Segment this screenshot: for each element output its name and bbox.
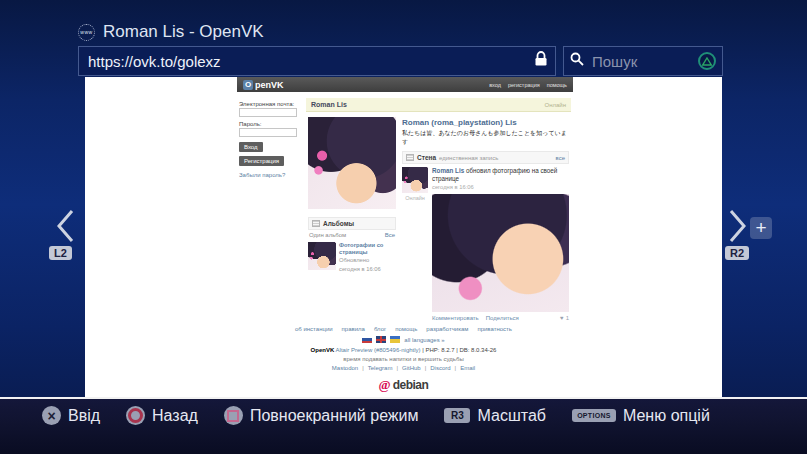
profile-main: Roman Lis Онлайн Альбомы <box>306 98 571 325</box>
social-mastodon-link[interactable]: Mastodon <box>332 365 358 371</box>
post-photo[interactable] <box>432 194 569 312</box>
openvk-site: OpenVK вход регистрация помощь Электронн… <box>237 77 573 325</box>
link-help[interactable]: помощь <box>547 82 567 88</box>
album-name-link[interactable]: Фотографии со страницы <box>339 242 396 256</box>
social-discord-link[interactable]: Discord <box>430 365 450 371</box>
social-telegram-link[interactable]: Telegram <box>368 365 393 371</box>
post-author-avatar[interactable] <box>402 167 428 193</box>
url-input[interactable] <box>86 52 534 71</box>
post-share-link[interactable]: Поделиться <box>486 315 519 321</box>
browser-title: www Roman Lis - OpenVK <box>78 22 264 42</box>
triangle-button-icon[interactable] <box>698 52 716 70</box>
social-email-link[interactable]: Email <box>460 365 475 371</box>
albums-count: Один альбом <box>309 232 346 238</box>
wall-header: Стена единственная запись все <box>402 151 569 164</box>
login-sidebar: Электронная почта: Пароль: Вход Регистра… <box>239 98 301 325</box>
profile-online-status: Онлайн <box>545 102 566 108</box>
hint-enter: × Ввід <box>42 406 100 425</box>
openvk-logo-icon: O <box>243 80 253 90</box>
email-field[interactable] <box>239 108 297 117</box>
hint-zoom: R3 Масштаб <box>444 407 545 425</box>
debian-swirl-icon: @ <box>379 377 391 393</box>
www-globe-icon: www <box>78 24 95 41</box>
webpage-viewport[interactable]: OpenVK вход регистрация помощь Электронн… <box>85 77 722 397</box>
browser-title-text: Roman Lis - OpenVK <box>103 22 264 42</box>
hint-fullscreen: Повноекранний режим <box>224 406 419 425</box>
l2-badge: L2 <box>49 246 72 260</box>
albums-block: Альбомы Один альбом Все <box>308 217 396 273</box>
header-links: вход регистрация помощь <box>489 82 567 88</box>
email-label: Электронная почта: <box>239 101 301 107</box>
hint-enter-label: Ввід <box>68 407 100 425</box>
search-input[interactable] <box>590 52 692 71</box>
post-author-status: Онлайн <box>402 195 428 201</box>
openvk-logo-text: penVK <box>255 80 284 90</box>
post-timestamp: сегодня в 16:06 <box>432 184 569 190</box>
search-icon <box>570 52 584 70</box>
search-bar[interactable] <box>563 46 723 76</box>
profile-photo[interactable] <box>308 117 396 209</box>
openvk-header: OpenVK вход регистрация помощь <box>237 77 573 92</box>
circle-button-icon <box>126 406 145 425</box>
footer-social-links: Mastodon| Telegram| GitHub| Discord| Ema… <box>85 365 722 371</box>
flag-russia-icon[interactable] <box>362 336 372 343</box>
forward-chevron-icon[interactable] <box>727 208 749 248</box>
footer-link-rules[interactable]: правила <box>342 326 365 332</box>
footer-tagline: время подавать напитки и вершить судьбы <box>85 356 722 362</box>
social-github-link[interactable]: GitHub <box>402 365 421 371</box>
wall-icon <box>406 154 414 161</box>
site-footer: об инстанции правила блог помощь разрабо… <box>85 326 722 393</box>
link-register[interactable]: регистрация <box>508 82 540 88</box>
hint-zoom-label: Масштаб <box>477 407 545 425</box>
register-button[interactable]: Регистрация <box>239 156 284 166</box>
r3-button-icon: R3 <box>444 408 470 423</box>
version-product: OpenVK <box>311 347 335 353</box>
profile-tab-name: Roman Lis <box>311 101 347 108</box>
footer-link-blog[interactable]: блог <box>374 326 386 332</box>
profile-tab-bar: Roman Lis Онлайн <box>306 98 571 112</box>
forgot-password-link[interactable]: Забыли пароль? <box>239 172 301 178</box>
album-list-item[interactable]: Фотографии со страницы Обновлено сегодня… <box>308 242 396 273</box>
options-button-icon: OPTIONS <box>572 409 616 422</box>
albums-all-link[interactable]: Все <box>385 232 395 238</box>
login-button[interactable]: Вход <box>239 142 263 152</box>
new-tab-plus-icon[interactable]: + <box>750 217 772 239</box>
profile-full-name: Roman (roma_playstation) Lis <box>402 118 569 127</box>
address-bar[interactable] <box>78 46 556 76</box>
flag-ukraine-icon[interactable] <box>390 336 400 343</box>
wall-all-link[interactable]: все <box>556 155 565 161</box>
cross-button-icon: × <box>42 406 61 425</box>
footer-link-instance[interactable]: об инстанции <box>295 326 333 332</box>
version-line: OpenVK Altair Preview (#805496-nightly) … <box>85 347 722 353</box>
hint-fullscreen-label: Повноекранний режим <box>250 407 419 425</box>
version-build-link[interactable]: Altair Preview (#805496-nightly) <box>336 347 421 353</box>
square-button-icon <box>224 406 243 425</box>
link-login[interactable]: вход <box>489 82 501 88</box>
hint-options: OPTIONS Меню опцій <box>572 407 710 425</box>
albums-title: Альбомы <box>323 220 354 227</box>
version-rest: | PHP: 8.2.7 | DB: 8.0.34-26 <box>422 347 496 353</box>
all-languages-link[interactable]: all languages » <box>404 337 444 343</box>
r2-badge: R2 <box>725 246 749 260</box>
albums-icon <box>312 220 320 227</box>
wall-title: Стена <box>417 154 436 161</box>
back-chevron-icon[interactable] <box>54 208 76 248</box>
openvk-logo[interactable]: OpenVK <box>243 80 284 90</box>
password-field[interactable] <box>239 128 297 137</box>
footer-link-developers[interactable]: разработчикам <box>426 326 468 332</box>
lock-icon <box>534 51 548 71</box>
album-thumbnail[interactable] <box>308 242 336 270</box>
wall-subtitle: единственная запись <box>439 155 498 161</box>
post-like-button[interactable]: ♥ 1 <box>560 315 569 321</box>
debian-logo: @ debian <box>85 377 722 393</box>
heart-icon: ♥ <box>560 315 564 321</box>
footer-link-help[interactable]: помощь <box>395 326 417 332</box>
flag-uk-icon[interactable] <box>376 336 386 343</box>
post-comment-link[interactable]: Комментировать <box>432 315 479 321</box>
post-like-count: 1 <box>566 315 569 321</box>
albums-header: Альбомы <box>308 217 396 230</box>
album-updated-time: сегодня в 16:06 <box>339 266 396 273</box>
footer-link-privacy[interactable]: приватность <box>477 326 512 332</box>
post-author-link[interactable]: Roman Lis <box>432 167 464 174</box>
debian-logo-text: debian <box>393 378 429 392</box>
